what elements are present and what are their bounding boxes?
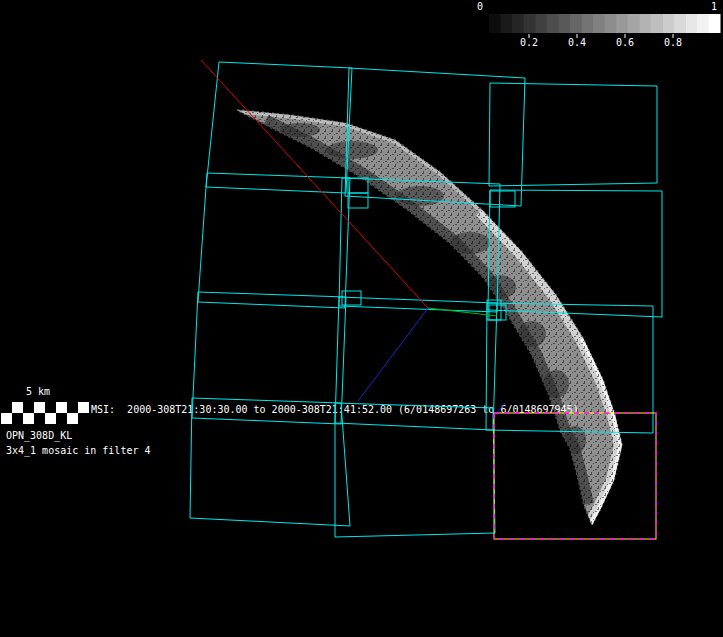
mosaic-description: 3x4_1 mosaic in filter 4 [6, 444, 151, 457]
main-display[interactable]: 0 1 5 km MSI: 2000-308T21:30:30.00 to 20… [0, 0, 723, 637]
colorbar-tick-label: 0.4 [565, 37, 589, 48]
annotation-text-layer: 0 1 5 km MSI: 2000-308T21:30:30.00 to 20… [0, 0, 723, 637]
msi-status-line: MSI: 2000-308T21:30:30.00 to 2000-308T21… [91, 403, 579, 416]
colorbar-max-label: 1 [711, 0, 717, 13]
colorbar-tick-label: 0.2 [517, 37, 541, 48]
colorbar-tick-label: 0.8 [661, 37, 685, 48]
scale-bar-label: 5 km [26, 385, 50, 398]
colorbar-min-label: 0 [477, 0, 483, 13]
observation-id: OPN_308D_KL [6, 429, 72, 442]
colorbar-tick-label: 0.6 [613, 37, 637, 48]
